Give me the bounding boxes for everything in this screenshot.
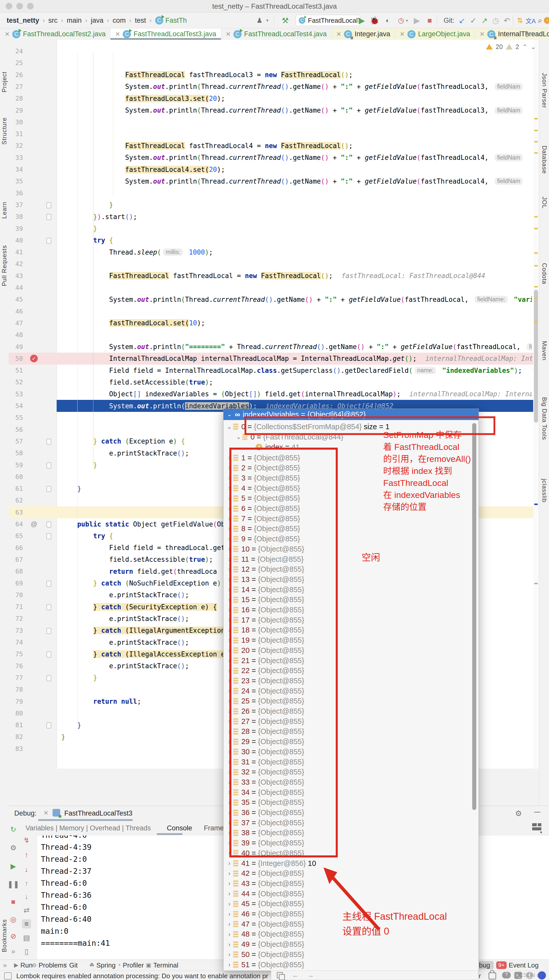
build-hammer-icon[interactable]: ⚒ bbox=[279, 16, 291, 25]
code-line-70[interactable]: e.printStackTrace(); bbox=[61, 589, 189, 601]
variable-row[interactable]: ›27 = {Object@855} bbox=[224, 716, 481, 727]
chevron-collapsed-icon[interactable]: › bbox=[225, 941, 233, 948]
chevron-collapsed-icon[interactable]: › bbox=[225, 495, 233, 502]
code-line-45[interactable]: System.out.println(Thread.currentThread(… bbox=[61, 293, 532, 305]
variable-row[interactable]: ›37 = {Object@855} bbox=[224, 818, 481, 828]
variable-row[interactable]: ›42 = {Object@855} bbox=[224, 869, 481, 879]
sidebar-item-maven[interactable]: Maven bbox=[541, 341, 548, 361]
variable-row[interactable]: ›36 = {Object@855} bbox=[224, 808, 481, 818]
variable-row[interactable]: ›22 = {Object@855} bbox=[224, 666, 481, 676]
code-line-57[interactable]: } catch (Exception e) { bbox=[61, 435, 185, 447]
variable-row[interactable]: ›9 = {Object@855} bbox=[224, 534, 481, 544]
gutter-line-number[interactable]: 40 bbox=[9, 237, 23, 244]
chevron-expanded-icon[interactable]: ⌄ bbox=[227, 411, 232, 418]
gutter-line-number[interactable]: 53 bbox=[9, 390, 23, 398]
gutter-line-number[interactable]: 39 bbox=[9, 225, 23, 232]
chevron-collapsed-icon[interactable]: › bbox=[225, 474, 233, 482]
variable-row[interactable]: ›45 = {Object@855} bbox=[224, 899, 481, 909]
run-button[interactable]: ▶ bbox=[357, 16, 367, 25]
variable-row[interactable]: ›31 = {Object@855} bbox=[224, 757, 481, 767]
gutter-line-number[interactable]: 60 bbox=[9, 473, 23, 480]
gutter-line-number[interactable]: 83 bbox=[9, 745, 23, 752]
chevron-collapsed-icon[interactable]: › bbox=[225, 829, 233, 837]
gutter-line-number[interactable]: 71 bbox=[9, 603, 23, 611]
breadcrumb-item[interactable]: java bbox=[91, 17, 103, 24]
code-line-27[interactable]: System.out.println(Thread.currentThread(… bbox=[61, 81, 525, 93]
trash-icon[interactable]: ▯ bbox=[22, 947, 31, 956]
gutter-line-number[interactable]: 61 bbox=[9, 485, 23, 492]
breadcrumb-item[interactable]: main bbox=[67, 17, 82, 24]
chevron-collapsed-icon[interactable]: › bbox=[225, 677, 233, 684]
chevron-collapsed-icon[interactable]: › bbox=[225, 485, 233, 492]
chevron-collapsed-icon[interactable]: › bbox=[225, 778, 233, 786]
gutter-line-number[interactable]: 24 bbox=[9, 48, 23, 55]
variable-row[interactable]: ›41 = {Integer@856} 10 bbox=[224, 858, 481, 869]
gutter-line-number[interactable]: 52 bbox=[9, 379, 23, 386]
print-icon[interactable]: ▤ bbox=[22, 933, 31, 942]
sidebar-item-bookmarks[interactable]: Bookmarks bbox=[1, 919, 8, 952]
sidebar-item-big-data-tools[interactable]: Big Data Tools bbox=[541, 397, 548, 440]
cloud-help-icon[interactable]: ? bbox=[502, 972, 511, 978]
code-line-79[interactable]: return null; bbox=[61, 695, 141, 708]
chevron-collapsed-icon[interactable]: › bbox=[225, 616, 233, 624]
variable-row[interactable]: ›33 = {Object@855} bbox=[224, 777, 481, 787]
chevron-collapsed-icon[interactable]: › bbox=[225, 576, 233, 583]
forward-icon[interactable]: → bbox=[308, 971, 314, 979]
fold-marker-icon[interactable] bbox=[46, 522, 51, 528]
fold-marker-icon[interactable] bbox=[46, 675, 51, 681]
code-line-38[interactable]: }).start(); bbox=[61, 211, 137, 223]
fold-marker-icon[interactable] bbox=[46, 238, 51, 244]
gutter-line-number[interactable]: 59 bbox=[9, 461, 23, 469]
fold-marker-icon[interactable] bbox=[46, 722, 51, 729]
gutter-line-number[interactable]: 79 bbox=[9, 698, 23, 705]
chevron-expanded-icon[interactable]: ⌄ bbox=[235, 433, 242, 441]
close-session-icon[interactable]: ✕ bbox=[43, 810, 48, 816]
sidebar-item-pull-requests[interactable]: Pull Requests bbox=[1, 245, 8, 286]
chevron-collapsed-icon[interactable]: › bbox=[225, 708, 233, 715]
code-line-33[interactable]: System.out.println(Thread.currentThread(… bbox=[61, 152, 525, 164]
chevron-collapsed-icon[interactable]: › bbox=[225, 809, 233, 816]
code-line-34[interactable]: fastThreadLocal4.set(20); bbox=[61, 164, 225, 175]
chevron-collapsed-icon[interactable]: › bbox=[225, 921, 233, 928]
evaluate-icon[interactable]: ≡ bbox=[22, 919, 31, 928]
gutter-line-number[interactable]: 50 bbox=[9, 355, 23, 362]
variable-row[interactable]: ›7 = {Object@855} bbox=[224, 514, 481, 524]
breadcrumb-item[interactable]: test_netty bbox=[6, 17, 39, 24]
sidebar-item-database[interactable]: Database bbox=[541, 146, 548, 174]
toolwindow-eventlog-button[interactable]: 9+ Event Log bbox=[496, 961, 538, 969]
chevron-collapsed-icon[interactable]: › bbox=[225, 870, 233, 877]
chevron-collapsed-icon[interactable]: › bbox=[225, 961, 233, 968]
fold-marker-icon[interactable] bbox=[46, 604, 51, 610]
status-icon[interactable] bbox=[4, 972, 12, 980]
hide-panel-icon[interactable]: ─ bbox=[534, 807, 540, 817]
chevron-collapsed-icon[interactable]: › bbox=[225, 880, 233, 887]
gutter-line-number[interactable]: 33 bbox=[9, 154, 23, 161]
gutter-line-number[interactable]: 68 bbox=[9, 568, 23, 575]
code-line-69[interactable]: } catch (NoSuchFieldException e) { bbox=[61, 578, 229, 589]
gutter-line-number[interactable]: 48 bbox=[9, 331, 23, 339]
lock-icon[interactable] bbox=[489, 972, 496, 980]
settings-icon[interactable]: ⚙ bbox=[9, 843, 18, 852]
sidebar-item-codota[interactable]: Codota bbox=[541, 263, 548, 284]
tab-close-icon[interactable]: ✕ bbox=[226, 31, 231, 38]
gutter-line-number[interactable]: 70 bbox=[9, 591, 23, 599]
toolwindow-problems-button[interactable]: ⊖Problems bbox=[32, 961, 67, 969]
sidebar-item-learn[interactable]: Learn bbox=[1, 202, 8, 219]
profile-dropdown-icon[interactable]: ▾ bbox=[265, 16, 270, 25]
pause-icon[interactable]: ❚❚ bbox=[9, 880, 18, 889]
chevron-collapsed-icon[interactable] bbox=[248, 444, 255, 451]
variable-row[interactable]: ›17 = {Object@855} bbox=[224, 615, 481, 625]
code-line-28[interactable]: fastThreadLocal3.set(20); bbox=[61, 92, 225, 105]
code-line-77[interactable]: } bbox=[61, 672, 97, 684]
sidebar-item-jclasslib[interactable]: jclasslib bbox=[541, 479, 548, 503]
debug-session-tab[interactable]: FastThreadLocalTest3 bbox=[64, 810, 132, 817]
search-icon[interactable]: ⌕ bbox=[536, 16, 544, 25]
fold-marker-icon[interactable] bbox=[46, 628, 51, 634]
sidebar-item-project[interactable]: Project bbox=[1, 72, 8, 92]
tab-variables-group[interactable]: Variables | Memory | Overhead | Threads bbox=[25, 824, 151, 832]
run-to-cursor-icon[interactable]: ⇄ bbox=[22, 905, 31, 915]
variable-row[interactable]: ›44 = {Object@855} bbox=[224, 889, 481, 899]
chevron-collapsed-icon[interactable]: › bbox=[225, 647, 233, 654]
variable-row[interactable]: ›20 = {Object@855} bbox=[224, 645, 481, 655]
gutter-line-number[interactable]: 54 bbox=[9, 402, 23, 410]
